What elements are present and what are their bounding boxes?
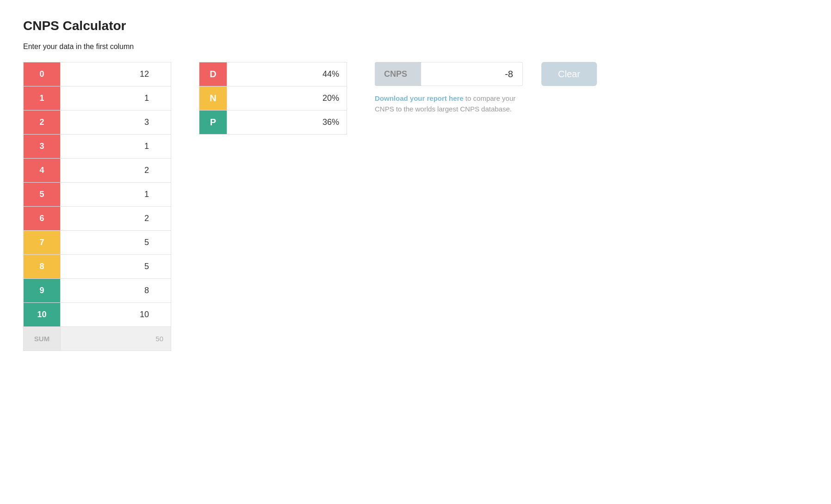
score-input-field[interactable] <box>61 86 163 110</box>
table-row: 9 <box>24 279 171 303</box>
table-row: 2 <box>24 111 171 135</box>
table-row: 0 <box>24 62 171 86</box>
score-label: 6 <box>24 207 61 231</box>
score-label: 7 <box>24 231 61 255</box>
score-input[interactable] <box>61 231 171 255</box>
table-row: 5 <box>24 183 171 207</box>
score-input-field[interactable] <box>61 183 163 206</box>
result-percentage: 20% <box>227 86 347 111</box>
score-input-field[interactable] <box>61 279 163 302</box>
score-label: 2 <box>24 111 61 135</box>
cnps-row: CNPS -8 <box>375 62 523 86</box>
score-table: 012345678910SUM50 <box>23 62 171 351</box>
table-row: 8 <box>24 255 171 279</box>
score-input-field[interactable] <box>61 159 163 182</box>
score-label: 9 <box>24 279 61 303</box>
sum-value: 50 <box>61 327 171 351</box>
score-label: 8 <box>24 255 61 279</box>
table-row: 10 <box>24 303 171 327</box>
score-input[interactable] <box>61 159 171 183</box>
score-input-field[interactable] <box>61 303 163 326</box>
score-input[interactable] <box>61 111 171 135</box>
download-link[interactable]: Download your report here <box>375 94 464 102</box>
download-text: Download your report here to compare you… <box>375 93 532 114</box>
result-category-label: N <box>199 86 227 111</box>
score-input-field[interactable] <box>61 135 163 158</box>
score-input[interactable] <box>61 62 171 86</box>
table-row: 7 <box>24 231 171 255</box>
score-input[interactable] <box>61 183 171 207</box>
score-input[interactable] <box>61 207 171 231</box>
page-subtitle: Enter your data in the first column <box>23 43 808 51</box>
cnps-panel: CNPS -8 Clear Download your report here … <box>375 62 597 114</box>
score-label: 0 <box>24 62 61 86</box>
result-row: D44% <box>199 62 347 86</box>
table-row: 1 <box>24 86 171 111</box>
cnps-value: -8 <box>421 62 523 86</box>
score-label: 1 <box>24 86 61 111</box>
score-label: 4 <box>24 159 61 183</box>
result-row: P36% <box>199 111 347 135</box>
score-input-field[interactable] <box>61 207 163 230</box>
score-label: 5 <box>24 183 61 207</box>
table-row: 4 <box>24 159 171 183</box>
score-input-field[interactable] <box>61 62 163 86</box>
score-input[interactable] <box>61 255 171 279</box>
result-row: N20% <box>199 86 347 111</box>
page-title: CNPS Calculator <box>23 18 808 33</box>
table-row: 6 <box>24 207 171 231</box>
sum-label: SUM <box>24 327 61 351</box>
result-percentage: 44% <box>227 62 347 86</box>
result-percentage: 36% <box>227 111 347 135</box>
score-input-field[interactable] <box>61 231 163 254</box>
results-table: D44%N20%P36% <box>199 62 347 135</box>
cnps-label: CNPS <box>375 62 421 86</box>
score-input-field[interactable] <box>61 111 163 134</box>
score-label: 3 <box>24 135 61 159</box>
result-category-label: P <box>199 111 227 135</box>
score-input-field[interactable] <box>61 255 163 278</box>
score-label: 10 <box>24 303 61 327</box>
score-input[interactable] <box>61 279 171 303</box>
score-input[interactable] <box>61 135 171 159</box>
score-input[interactable] <box>61 303 171 327</box>
sum-row: SUM50 <box>24 327 171 351</box>
result-category-label: D <box>199 62 227 86</box>
score-input[interactable] <box>61 86 171 111</box>
table-row: 3 <box>24 135 171 159</box>
clear-button[interactable]: Clear <box>541 62 597 86</box>
main-layout: 012345678910SUM50 D44%N20%P36% CNPS -8 C… <box>23 62 808 351</box>
